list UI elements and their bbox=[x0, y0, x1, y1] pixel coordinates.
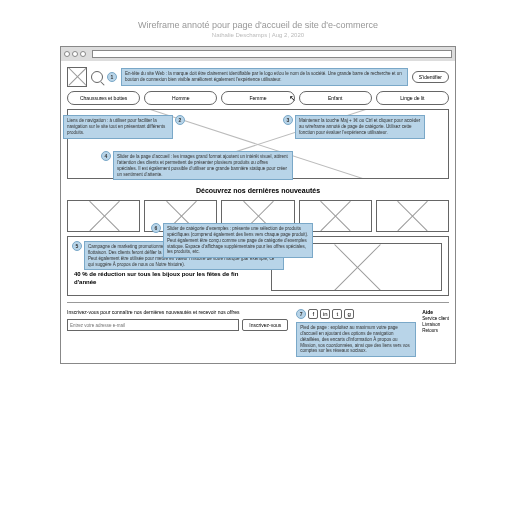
logo-placeholder[interactable] bbox=[67, 67, 87, 87]
annotation-4: Slider de la page d'accueil : les images… bbox=[113, 151, 293, 180]
url-bar[interactable] bbox=[92, 50, 452, 58]
facebook-icon[interactable]: f bbox=[308, 309, 318, 319]
subscribe-button[interactable]: Inscrivez-vous bbox=[242, 319, 288, 331]
annotation-3: Maintenez la touche Maj + ⌘ ou Ctrl et c… bbox=[295, 115, 425, 139]
footer: Inscrivez-vous pour connaître nos derniè… bbox=[67, 302, 449, 357]
nav-item-men[interactable]: Homme bbox=[144, 91, 217, 105]
thumb[interactable] bbox=[67, 200, 140, 232]
annotation-badge-4: 4 bbox=[101, 151, 111, 161]
annotation-badge-2: 2 bbox=[175, 115, 185, 125]
browser-chrome bbox=[61, 47, 455, 61]
twitter-icon[interactable]: t bbox=[332, 309, 342, 319]
annotation-badge-7: 7 bbox=[296, 309, 306, 319]
google-icon[interactable]: g bbox=[344, 309, 354, 319]
annotation-7: Pied de page : exploitez au maximum votr… bbox=[296, 322, 416, 357]
doc-subtitle: Nathalie Deschamps | Aug 2, 2020 bbox=[60, 32, 456, 38]
nav-item-shoes[interactable]: Chaussures et bottes bbox=[67, 91, 140, 105]
section-title: Découvrez nos dernières nouveautés bbox=[67, 187, 449, 194]
nav-item-women[interactable]: Femme↖ bbox=[221, 91, 294, 105]
nav-item-kids[interactable]: Enfant bbox=[299, 91, 372, 105]
window-dot bbox=[80, 51, 86, 57]
nav-item-bedding[interactable]: Linge de lit bbox=[376, 91, 449, 105]
annotation-badge-6: 6 bbox=[151, 223, 161, 233]
promo-headline: 40 % de réduction sur tous les bijoux po… bbox=[74, 271, 240, 287]
thumb[interactable] bbox=[376, 200, 449, 232]
linkedin-icon[interactable]: in bbox=[320, 309, 330, 319]
window-dot bbox=[72, 51, 78, 57]
browser-frame: 1 En-tête du site Web : la marque doit ê… bbox=[60, 46, 456, 364]
social-icons: 7 f in t g bbox=[296, 309, 416, 319]
login-button[interactable]: S'identifier bbox=[412, 71, 449, 83]
cursor-icon: ↖ bbox=[289, 94, 296, 103]
annotation-badge-3: 3 bbox=[283, 115, 293, 125]
nav-bar: Chaussures et bottes Homme Femme↖ Enfant… bbox=[67, 91, 449, 105]
newsletter-text: Inscrivez-vous pour connaître nos derniè… bbox=[67, 309, 288, 315]
window-dot bbox=[64, 51, 70, 57]
annotation-1: En-tête du site Web : la marque doit êtr… bbox=[121, 68, 408, 86]
annotation-badge-5: 5 bbox=[72, 241, 82, 251]
search-icon[interactable] bbox=[91, 71, 103, 83]
help-title: Aide bbox=[422, 309, 449, 315]
annotation-2: Liens de navigation : à utiliser pour fa… bbox=[63, 115, 173, 139]
doc-title: Wireframe annoté pour page d'accueil de … bbox=[60, 20, 456, 30]
help-links: Aide Service client Livraison Retours bbox=[422, 309, 449, 334]
help-link[interactable]: Retours bbox=[422, 328, 449, 334]
annotation-6: Slider de catégorie d'exemples : présent… bbox=[163, 223, 313, 258]
help-link[interactable]: Service client bbox=[422, 316, 449, 322]
annotation-badge-1: 1 bbox=[107, 72, 117, 82]
email-field[interactable] bbox=[67, 319, 239, 331]
